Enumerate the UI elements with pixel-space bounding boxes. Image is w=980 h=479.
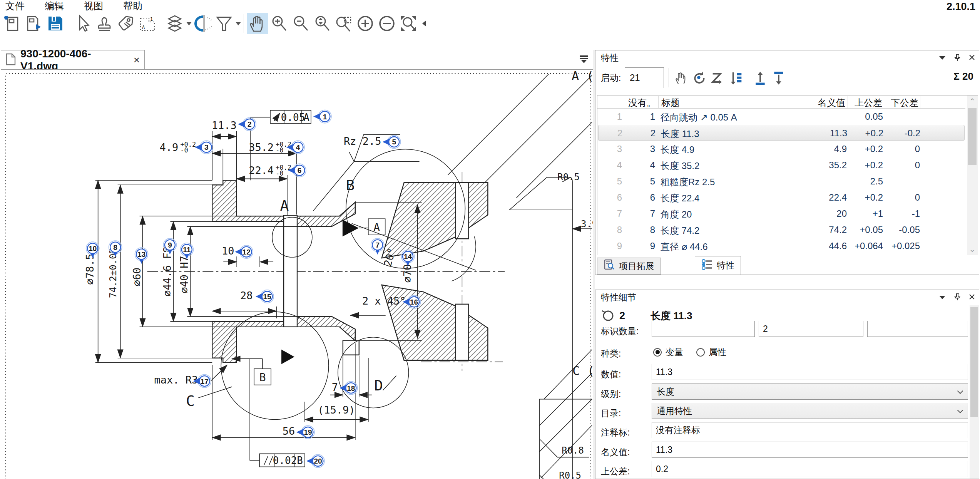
tab-project-extension[interactable]: 项目拓展 xyxy=(597,258,661,275)
header-upper[interactable]: 上公差 xyxy=(850,97,882,109)
document-tab[interactable]: 930-1200-406-V1.dwg × xyxy=(1,50,145,69)
sort-list-icon[interactable] xyxy=(727,69,746,87)
mirror-tool[interactable] xyxy=(192,13,213,34)
table-row[interactable]: 44长度 35.235.2+0.20 xyxy=(598,157,965,173)
drawing-text: Rz 2.5 xyxy=(344,135,381,147)
balloon-15[interactable]: 15 xyxy=(256,290,274,303)
table-cell: 6 xyxy=(598,192,622,203)
right-column: 特性 启动: Σ 20 没有。 标题 名义值 上公差 下公差 xyxy=(595,50,980,479)
export-icon[interactable] xyxy=(769,69,788,87)
panel-close-icon[interactable] xyxy=(969,54,975,62)
tab-list-button[interactable] xyxy=(577,52,591,65)
balloon-2[interactable]: 2 xyxy=(238,118,256,131)
id-quantity-input-3[interactable] xyxy=(867,321,968,337)
filter-tool[interactable] xyxy=(213,13,235,34)
open-document-button[interactable] xyxy=(23,13,45,34)
kind-radio-variable[interactable]: 变量 xyxy=(653,346,683,358)
collapse-toolbar-button[interactable] xyxy=(419,13,429,34)
table-scrollbar[interactable]: ⌃ ⌄ xyxy=(967,95,978,255)
svg-text:8: 8 xyxy=(113,243,117,251)
panel-pin-icon[interactable] xyxy=(954,293,960,302)
new-document-button[interactable] xyxy=(2,13,23,34)
increase-button[interactable] xyxy=(355,13,376,34)
details-scrollbar[interactable] xyxy=(970,305,979,479)
filter-dropdown-caret[interactable] xyxy=(236,22,241,25)
zoom-vertical-tool[interactable] xyxy=(311,13,333,34)
balloon-13[interactable]: 13 xyxy=(135,248,148,264)
menu-help[interactable]: 帮助 xyxy=(123,0,142,12)
z-order-icon[interactable] xyxy=(709,69,727,87)
start-number-input[interactable] xyxy=(625,67,664,88)
layers-tool[interactable] xyxy=(164,13,186,34)
layers-dropdown-caret[interactable] xyxy=(186,22,192,25)
balloon-5[interactable]: 5 xyxy=(383,135,401,148)
header-title[interactable]: 标题 xyxy=(661,97,680,109)
id-quantity-input-2[interactable] xyxy=(759,321,863,337)
menu-edit[interactable]: 编辑 xyxy=(45,0,64,12)
table-row[interactable]: 22长度 11.311.3+0.2-0.2 xyxy=(598,125,965,141)
decrease-button[interactable] xyxy=(376,13,398,34)
capture-region-tool[interactable]: 1A xyxy=(137,13,158,34)
app-version: 2.10.1 xyxy=(947,1,975,13)
panel-close-icon[interactable] xyxy=(969,294,975,301)
tab-characteristics[interactable]: 特性 xyxy=(695,256,741,275)
select-tool[interactable] xyxy=(72,13,94,34)
table-row[interactable]: 55粗糙度Rz 2.52.5 xyxy=(598,173,965,189)
panel-pin-icon[interactable] xyxy=(954,54,960,63)
save-button[interactable] xyxy=(45,13,66,34)
balloon-19[interactable]: 19 xyxy=(296,425,314,439)
nominal-input[interactable] xyxy=(652,442,968,458)
table-row[interactable]: 77角度 2020+1-1 xyxy=(598,206,965,222)
balloon-icon xyxy=(601,308,614,323)
balloon-18[interactable]: 18 xyxy=(339,382,358,395)
balloon-20[interactable]: 20 xyxy=(306,454,324,467)
tab-project-extension-label: 项目拓展 xyxy=(619,260,654,272)
zoom-fit-tool[interactable] xyxy=(398,13,419,34)
table-scroll-thumb[interactable] xyxy=(968,108,977,165)
drawing-text: B xyxy=(297,455,303,466)
zoom-window-tool[interactable] xyxy=(333,13,355,34)
header-nominal[interactable]: 名义值 xyxy=(811,97,845,109)
details-scroll-thumb[interactable] xyxy=(970,307,978,417)
zoom-out-tool[interactable] xyxy=(290,13,311,34)
balloon-3[interactable]: 3 xyxy=(195,141,213,154)
table-row[interactable]: 66长度 22.422.4+0.20 xyxy=(598,189,965,206)
table-cell: 0 xyxy=(884,144,920,154)
balloon-7[interactable]: 7 xyxy=(371,238,384,255)
id-quantity-input-1[interactable] xyxy=(652,321,755,337)
drawing-canvas[interactable]: 11.34.9+0.2-035.2+0.2-022.4+0.2-0Rz 2.5A… xyxy=(1,69,593,479)
renumber-icon[interactable] xyxy=(690,69,709,87)
level-dropdown[interactable]: 长度 xyxy=(652,384,968,400)
tag-tool[interactable] xyxy=(115,13,137,34)
svg-text:18: 18 xyxy=(347,384,355,392)
panel-dropdown-icon[interactable] xyxy=(939,55,946,62)
menu-view[interactable]: 视图 xyxy=(84,0,103,12)
scroll-down-icon[interactable]: ⌄ xyxy=(967,243,978,255)
import-icon[interactable] xyxy=(751,69,769,87)
category-dropdown[interactable]: 通用特性 xyxy=(652,403,968,419)
pan-tool[interactable] xyxy=(247,13,268,34)
menu-file[interactable]: 文件 xyxy=(5,0,25,12)
table-cell: +0.05 xyxy=(848,224,883,235)
table-row[interactable]: 88长度 74.274.2+0.05-0.05 xyxy=(598,222,965,238)
upper-tolerance-input[interactable] xyxy=(652,461,968,477)
balloon-12[interactable]: 12 xyxy=(235,245,253,258)
pick-hand-icon[interactable] xyxy=(672,69,690,87)
stamp-tool[interactable] xyxy=(94,13,115,34)
kind-radio-attribute[interactable]: 属性 xyxy=(696,346,726,358)
balloon-1[interactable]: 1 xyxy=(313,110,331,123)
table-cell: 74.2 xyxy=(802,224,847,235)
table-row[interactable]: 33长度 4.94.9+0.20 xyxy=(598,141,965,157)
table-row[interactable]: 99直径 ⌀ 44.644.6+0.064+0.025 xyxy=(598,238,965,254)
header-lower[interactable]: 下公差 xyxy=(886,97,918,109)
table-row[interactable]: 11径向跳动 ↗ 0.05 A0.05 xyxy=(598,109,965,125)
scroll-up-icon[interactable]: ⌃ xyxy=(967,95,978,107)
header-no[interactable]: 没有。 xyxy=(628,97,656,109)
tab-close-icon[interactable]: × xyxy=(134,54,140,66)
table-cell: 5 xyxy=(627,176,655,187)
zoom-in-tool[interactable] xyxy=(268,13,290,34)
drawing-text: D xyxy=(374,377,383,394)
value-input[interactable] xyxy=(652,364,968,380)
note-input[interactable] xyxy=(652,422,968,438)
panel-dropdown-icon[interactable] xyxy=(939,294,946,301)
